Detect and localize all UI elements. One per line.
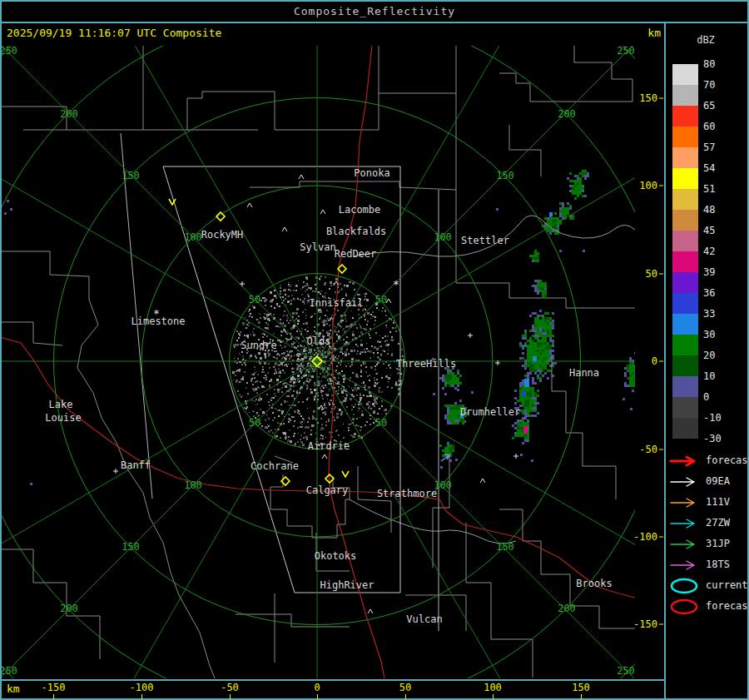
legend-item-forecast: forecast: [669, 453, 701, 469]
dbz-scale-box: [672, 335, 698, 355]
city-label-ponoka: Ponoka: [354, 167, 389, 179]
bottom-axis-tick-label: 150: [561, 682, 601, 693]
asterisk-icon: *: [153, 307, 160, 320]
storm-ellipse-icon: [669, 598, 701, 615]
bottom-axis-tick-label: -150: [33, 682, 73, 693]
legend-label: 09EA: [706, 475, 730, 487]
plus-icon: [468, 333, 473, 338]
dbz-scale-box: [672, 376, 698, 397]
caret-icon: [299, 175, 304, 179]
svg-text:200: 200: [558, 603, 576, 614]
scale-unit-label: dBZ: [666, 34, 746, 46]
storm-track-arrow-icon: [669, 515, 701, 532]
dbz-scale-label: 36: [703, 286, 742, 300]
city-label-lacombe: Lacombe: [339, 204, 381, 216]
svg-text:250: 250: [0, 665, 17, 677]
city-label-reddeer: RedDeer: [335, 248, 377, 260]
svg-text:150: 150: [122, 170, 140, 181]
dbz-scale-box: [672, 355, 698, 376]
caret-icon: [480, 479, 485, 483]
city-label-innisfail: Innisfail: [309, 297, 363, 309]
radar-app-window: Composite_Reflectivity 2025/09/19 11:16:…: [0, 0, 749, 700]
dbz-scale-label: -10: [703, 411, 742, 424]
radar-map[interactable]: 5050505010010010010015015015015020020020…: [0, 0, 749, 700]
bottom-axis-tick-label: 0: [297, 682, 337, 693]
dbz-scale-box: [672, 127, 698, 147]
wind-vector-icon: [342, 471, 349, 477]
right-axis-tick-label: 100: [639, 180, 657, 191]
caret-icon: [282, 227, 287, 231]
dbz-scale-label: 51: [703, 182, 742, 196]
right-axis-tick-label: 50: [646, 268, 657, 280]
city-label-highriver: HighRiver: [320, 579, 374, 591]
legend-label: forecast: [706, 600, 749, 612]
legend-item-111V: 111V: [669, 494, 701, 511]
city-label-strathmore: Strathmore: [377, 488, 437, 499]
city-label-vulcan: Vulcan: [406, 613, 442, 625]
city-label-threehills: ThreeHills: [396, 358, 456, 370]
right-axis-tick-label: 0: [652, 355, 657, 367]
svg-text:100: 100: [434, 231, 452, 243]
storm-track-arrow-icon: [669, 494, 701, 511]
dbz-scale-label: 70: [703, 78, 742, 92]
city-label-blackfalds: Blackfalds: [326, 226, 386, 237]
dbz-scale-label: 42: [703, 245, 742, 258]
dbz-scale-box: [672, 231, 698, 251]
legend-item-forecast: forecast: [669, 598, 701, 615]
storm-track-arrow-icon: [669, 453, 701, 469]
dbz-scale-box: [672, 210, 698, 231]
dbz-scale-label: 20: [703, 349, 742, 362]
storm-track-arrow-icon: [669, 557, 701, 573]
dbz-scale-box: [672, 147, 698, 168]
svg-text:150: 150: [496, 541, 514, 553]
svg-text:150: 150: [496, 170, 514, 181]
legend-label: forecast: [706, 454, 749, 466]
city-label-olds: Olds: [307, 335, 331, 347]
bottom-axis-tick: [405, 694, 406, 699]
city-label-hanna: Hanna: [569, 367, 599, 379]
dbz-scale-label: 45: [703, 224, 742, 237]
dbz-scale-box: [672, 397, 698, 418]
city-label-drumheller: Drumheller: [460, 406, 520, 418]
legend-label: 111V: [706, 496, 730, 508]
legend-item-27ZW: 27ZW: [669, 515, 701, 532]
city-label-sylvan: Sylvan: [300, 241, 335, 253]
dbz-scale-box: [672, 168, 698, 189]
dbz-scale-box: [672, 189, 698, 210]
legend-label: current: [706, 579, 748, 591]
dbz-scale-box: [672, 293, 698, 314]
plus-icon: [113, 469, 118, 474]
dbz-scale-label: 0: [703, 390, 742, 404]
bottom-axis-tick: [53, 694, 54, 699]
city-label-airdrie: Airdrie: [308, 440, 350, 452]
svg-text:50: 50: [249, 417, 260, 429]
svg-text:250: 250: [617, 665, 635, 677]
svg-text:50: 50: [375, 294, 387, 305]
legend-item-current: current: [669, 578, 701, 594]
dbz-scale-box: [672, 106, 698, 127]
city-label-banff: Banff: [121, 459, 151, 471]
bottom-axis-tick: [493, 694, 494, 699]
bottom-axis-tick: [141, 694, 142, 699]
bottom-axis-tick: [230, 694, 231, 699]
caret-icon: [320, 210, 325, 214]
city-label-stettler: Stettler: [461, 235, 509, 246]
bottom-axis-unit-label: km: [7, 683, 20, 695]
city-label-rockymh: RockyMH: [201, 229, 244, 241]
dbz-scale-box: [672, 314, 698, 335]
bottom-axis-tick: [317, 694, 318, 699]
city-label-okotoks: Okotoks: [315, 550, 357, 562]
city-label-lake: Lake: [49, 399, 73, 410]
dbz-scale-label: 39: [703, 266, 742, 279]
svg-text:250: 250: [0, 45, 17, 57]
bottom-axis-tick-label: -100: [122, 682, 161, 693]
svg-text:200: 200: [60, 603, 78, 614]
bottom-axis-tick-label: -50: [210, 682, 250, 693]
right-axis: 150100500-50-100-150: [633, 92, 663, 630]
right-axis-tick-label: -150: [633, 618, 657, 630]
plus-icon: [513, 454, 518, 459]
reflectivity-panel: dBZ 807065605754514845423936333020100-10…: [666, 22, 747, 698]
svg-text:150: 150: [122, 541, 140, 553]
svg-text:250: 250: [617, 45, 635, 57]
city-label-cochrane: Cochrane: [250, 460, 299, 472]
